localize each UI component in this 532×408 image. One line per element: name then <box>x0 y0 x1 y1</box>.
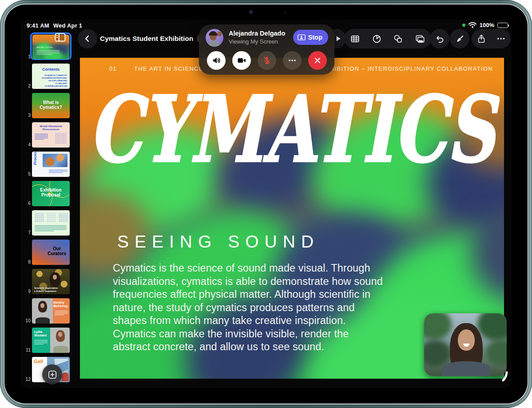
insert-table-button[interactable] <box>350 34 360 44</box>
battery-percent: 100% <box>480 22 494 28</box>
call-more-button[interactable] <box>283 51 302 70</box>
corner-swipe-arc <box>492 371 508 386</box>
slide-page-number: 01 <box>109 65 117 72</box>
back-button[interactable] <box>78 29 97 48</box>
format-brush-button[interactable] <box>450 29 469 48</box>
share-more-toolbar <box>472 29 511 48</box>
slide-thumbnail-4[interactable]: Modal Vibrational Phenomenon <box>32 122 70 148</box>
status-time: 9:41 AM <box>27 22 49 29</box>
share-button[interactable] <box>476 34 486 44</box>
slide-row-6: 6 Exhibition Proposal <box>26 181 75 207</box>
battery-icon <box>497 23 508 28</box>
slide-row-1: 1 SEEING SOUND <box>26 34 75 60</box>
slide-thumbnail-10[interactable]: Ainsley McKinney <box>32 298 70 324</box>
facetime-overlay[interactable]: Alejandra Delgado Viewing My Screen Stop <box>199 24 334 75</box>
screen: 9:41 AM Wed Apr 1 100% Cymatics Student … <box>21 20 512 388</box>
slide-row-7: 7 <box>26 210 75 236</box>
ipad-mockup: 9:41 AM Wed Apr 1 100% Cymatics Student … <box>0 0 532 408</box>
slide-body-text: Cymatics is the science of sound made vi… <box>113 262 388 354</box>
slide-thumbnail-11[interactable]: Lydia Woolard <box>32 328 70 353</box>
slide-thumbnail-9[interactable]: Scientific Exploration x Artistic Inspir… <box>32 269 70 294</box>
call-controls <box>199 51 334 70</box>
more-button[interactable] <box>496 34 506 44</box>
document-title-group[interactable]: Cymatics Student Exhibition <box>100 29 206 48</box>
participant-avatar <box>206 29 223 47</box>
screen-share-icon <box>298 34 306 40</box>
slide-thumbnail-5[interactable]: Process <box>32 152 70 177</box>
svg-text:CYMATICS: CYMATICS <box>89 79 500 183</box>
end-call-button[interactable] <box>308 51 327 70</box>
slide-thumbnail-3[interactable]: What is Cymatics? <box>32 93 70 118</box>
slide-row-3: 3 What is Cymatics? <box>26 93 75 119</box>
screen-share-status: Viewing My Screen <box>229 38 278 45</box>
insert-media-button[interactable] <box>415 34 425 44</box>
document-title: Cymatics Student Exhibition <box>100 35 193 43</box>
slide-thumbnail-8[interactable]: Our Curators <box>32 240 70 265</box>
insert-shape-button[interactable] <box>393 34 403 44</box>
sidebar-toggle-button[interactable] <box>55 33 66 42</box>
slide-row-4: 4 Modal Vibrational Phenomenon <box>26 122 75 148</box>
mute-button-muted[interactable] <box>258 51 276 70</box>
stop-sharing-button[interactable]: Stop <box>293 30 328 45</box>
participant-name: Alejandra Delgado <box>229 30 285 37</box>
privacy-indicator-dot <box>462 24 465 27</box>
camera-button[interactable] <box>232 51 251 70</box>
slide-heading: SEEING SOUND <box>117 232 319 252</box>
slide-row-10: 10 Ainsley McKinney <box>26 298 75 324</box>
undo-button[interactable] <box>430 29 449 48</box>
facetime-pip-video[interactable] <box>424 313 507 376</box>
slide-thumbnail-6[interactable]: Exhibition Proposal <box>32 181 70 206</box>
slide-row-9: 9 Scientific Exploration x Artistic Insp… <box>26 269 75 295</box>
front-camera <box>249 10 254 15</box>
slide-row-5: 5 Process <box>26 152 75 177</box>
bezel-sensor <box>284 12 286 14</box>
status-date: Wed Apr 1 <box>53 22 82 29</box>
cymatics-wordmark: CYMATICS <box>84 79 500 190</box>
slide-eyebrow-left: THE ART IN SCIENCE <box>134 65 203 72</box>
insert-chart-button[interactable] <box>372 34 382 44</box>
slide-row-11: 11 Lydia Woolard <box>26 328 75 353</box>
slide-navigator: 1 SEEING SOUND 2 Contents 03 <box>26 34 75 386</box>
insert-toolbar <box>344 29 431 48</box>
slide-row-2: 2 Contents 03 WHAT IS CYMATICS? 06 EXHIB… <box>26 64 75 89</box>
wifi-icon <box>468 22 476 28</box>
audio-output-button[interactable] <box>207 51 226 70</box>
add-slide-button[interactable] <box>42 364 62 384</box>
slide-thumbnail-7[interactable] <box>32 210 70 236</box>
slide-row-8: 8 Our Curators <box>26 240 75 265</box>
ipad-frame: 9:41 AM Wed Apr 1 100% Cymatics Student … <box>0 0 532 408</box>
slide-thumbnail-2[interactable]: Contents 03 WHAT IS CYMATICS? 06 EXHIBIT… <box>32 64 70 89</box>
